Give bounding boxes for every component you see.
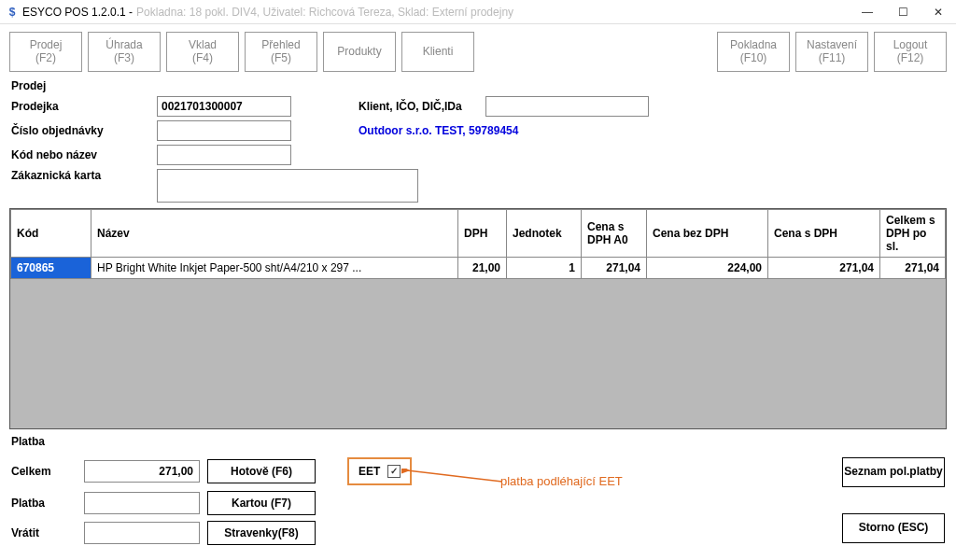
cell-jednotek[interactable]: 1 <box>507 257 582 278</box>
vratit-input[interactable] <box>84 522 200 544</box>
grid-empty-area <box>10 279 946 428</box>
col-nazev[interactable]: Název <box>91 209 458 257</box>
objednavka-label: Číslo objednávky <box>11 124 151 137</box>
kod-label: Kód nebo název <box>11 148 151 161</box>
celkem-input[interactable] <box>84 460 200 483</box>
kartou-button[interactable]: Kartou (F7) <box>207 491 316 515</box>
payment-panel: Celkem Hotově (F6) EET ✓ Platba Kartou (… <box>0 452 956 560</box>
karta-input[interactable] <box>157 169 418 203</box>
col-celkem[interactable]: Celkem s DPH po sl. <box>880 209 946 257</box>
window-title-context: Pokladna: 18 pokl. DIV4, Uživatel: Richc… <box>136 6 513 19</box>
cell-kod[interactable]: 670865 <box>11 257 91 278</box>
app-icon: $ <box>6 6 19 19</box>
seznam-button[interactable]: Seznam pol.platby <box>842 457 945 487</box>
items-grid: Kód Název DPH Jednotek Cena s DPH A0 Cen… <box>9 208 947 429</box>
main-toolbar: Prodej (F2) Úhrada (F3) Vklad (F4) Přehl… <box>0 24 956 79</box>
col-kod[interactable]: Kód <box>11 209 91 257</box>
pokladna-button[interactable]: Pokladna (F10) <box>717 32 790 72</box>
prodejka-label: Prodejka <box>11 100 151 113</box>
platba-label: Platba <box>11 497 77 510</box>
minimize-button[interactable]: — <box>850 0 885 24</box>
eet-label: EET <box>358 465 380 478</box>
client-link[interactable]: Outdoor s.r.o. TEST, 59789454 <box>358 124 518 137</box>
window-title-app: ESYCO POS 1.2.0.1 - <box>22 6 133 19</box>
eet-box[interactable]: EET ✓ <box>347 457 412 485</box>
karta-label: Zákaznická karta <box>11 169 151 182</box>
sale-section-label: Prodej <box>0 79 956 96</box>
col-cena-s-dph[interactable]: Cena s DPH <box>768 209 880 257</box>
close-button[interactable]: ✕ <box>921 0 956 24</box>
prodejka-input[interactable] <box>157 96 291 117</box>
cell-nazev[interactable]: HP Bright White Inkjet Paper-500 sht/A4/… <box>91 257 458 278</box>
col-jednotek[interactable]: Jednotek <box>507 209 582 257</box>
klient-input[interactable] <box>485 96 649 117</box>
sale-form: Prodejka Klient, IČO, DIČ,IDa Číslo obje… <box>0 96 956 203</box>
cell-cena-bez-dph[interactable]: 224,00 <box>647 257 768 278</box>
maximize-button[interactable]: ☐ <box>885 0 921 24</box>
cell-cena-dph-a0[interactable]: 271,04 <box>582 257 647 278</box>
col-cena-bez-dph[interactable]: Cena bez DPH <box>647 209 768 257</box>
payment-section-label: Platba <box>0 429 956 452</box>
eet-checkbox[interactable]: ✓ <box>387 465 401 478</box>
cell-cena-s-dph[interactable]: 271,04 <box>768 257 880 278</box>
vklad-button[interactable]: Vklad (F4) <box>166 32 239 72</box>
prehled-button[interactable]: Přehled (F5) <box>245 32 317 72</box>
produkty-button[interactable]: Produkty <box>323 32 396 72</box>
platba-input[interactable] <box>84 492 200 514</box>
stravenky-button[interactable]: Stravenky(F8) <box>207 521 316 545</box>
objednavka-input[interactable] <box>157 120 291 141</box>
kod-input[interactable] <box>157 145 291 165</box>
prodej-button[interactable]: Prodej (F2) <box>9 32 82 72</box>
klient-label: Klient, IČO, DIČ,IDa <box>358 100 480 113</box>
klienti-button[interactable]: Klienti <box>401 32 474 72</box>
hotove-button[interactable]: Hotově (F6) <box>207 459 316 483</box>
logout-button[interactable]: Logout (F12) <box>874 32 947 72</box>
nastaveni-button[interactable]: Nastavení (F11) <box>795 32 868 72</box>
storno-button[interactable]: Storno (ESC) <box>842 513 945 543</box>
grid-header-row: Kód Název DPH Jednotek Cena s DPH A0 Cen… <box>11 209 946 257</box>
title-bar: $ ESYCO POS 1.2.0.1 - Pokladna: 18 pokl.… <box>0 0 956 24</box>
col-cena-dph-a0[interactable]: Cena s DPH A0 <box>582 209 647 257</box>
col-dph[interactable]: DPH <box>458 209 507 257</box>
cell-celkem[interactable]: 271,04 <box>880 257 946 278</box>
vratit-label: Vrátit <box>11 526 77 539</box>
annotation-text: platba podléhající EET <box>500 474 623 488</box>
celkem-label: Celkem <box>11 465 77 478</box>
uhrada-button[interactable]: Úhrada (F3) <box>88 32 161 72</box>
cell-dph[interactable]: 21,00 <box>458 257 507 278</box>
table-row[interactable]: 670865 HP Bright White Inkjet Paper-500 … <box>11 257 946 278</box>
